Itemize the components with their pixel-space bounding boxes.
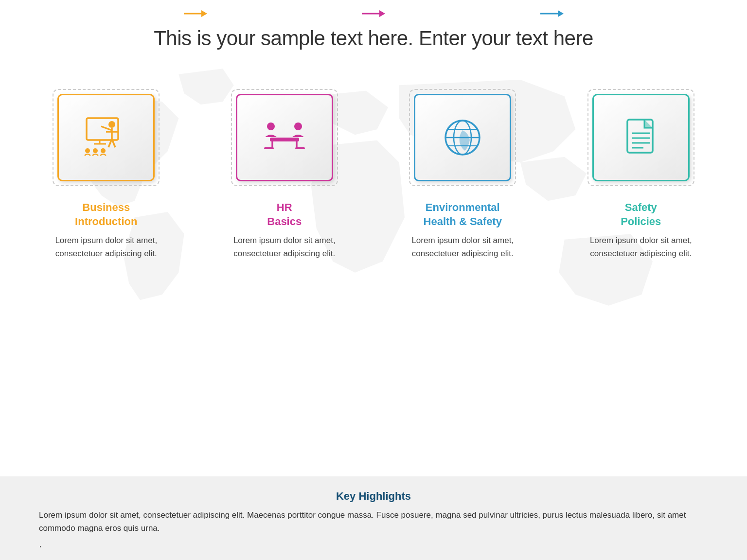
page-title: This is your sample text here. Enter you…: [39, 27, 708, 50]
meeting-icon: [260, 116, 309, 159]
highlights-section: Key Highlights Lorem ipsum dolor sit ame…: [0, 476, 747, 560]
card-title-1: Business Introduction: [75, 201, 137, 228]
card-desc-1: Lorem ipsum dolor sit amet, consectetuer…: [50, 234, 162, 260]
icon-box-3: [414, 94, 511, 181]
svg-point-3: [108, 121, 115, 128]
card-desc-2: Lorem ipsum dolor sit amet, consectetuer…: [229, 234, 340, 260]
svg-marker-29: [558, 10, 564, 17]
cards-section: Business Introduction Lorem ipsum dolor …: [0, 70, 747, 275]
arrow-2: [361, 6, 386, 21]
arrow-3: [540, 6, 564, 21]
icon-box-wrapper-1: [53, 89, 160, 186]
card-safety-policies: Safety Policies Lorem ipsum dolor sit am…: [564, 89, 718, 260]
card-title-4: Safety Policies: [621, 201, 661, 228]
icon-box-wrapper-4: [587, 89, 694, 186]
icon-box-wrapper-3: [409, 89, 516, 186]
svg-rect-20: [295, 147, 305, 149]
icon-box-4: [592, 94, 690, 181]
svg-point-17: [267, 122, 275, 130]
svg-point-10: [93, 148, 98, 153]
highlights-text: Lorem ipsum dolor sit amet, consectetuer…: [39, 508, 708, 535]
card-title-2: HR Basics: [267, 201, 302, 228]
svg-point-9: [85, 148, 90, 153]
icon-box-wrapper-2: [231, 89, 338, 186]
card-title-3: Environmental Health & Safety: [424, 201, 502, 228]
main-content: This is your sample text here. Enter you…: [0, 0, 747, 275]
svg-point-11: [101, 148, 106, 153]
card-desc-4: Lorem ipsum dolor sit amet, consectetuer…: [585, 234, 697, 260]
card-hr-basics: HR Basics Lorem ipsum dolor sit amet, co…: [208, 89, 362, 260]
document-icon: [617, 116, 665, 159]
arrow-1: [183, 6, 208, 21]
svg-marker-22: [379, 10, 385, 17]
icon-box-1: [57, 94, 155, 181]
svg-marker-13: [201, 10, 207, 17]
svg-rect-14: [270, 138, 299, 141]
card-env-health: Environmental Health & Safety Lorem ipsu…: [386, 89, 540, 260]
highlights-title: Key Highlights: [39, 490, 708, 503]
presenter-icon: [82, 116, 130, 159]
highlights-dot: .: [39, 538, 708, 550]
card-business-intro: Business Introduction Lorem ipsum dolor …: [29, 89, 183, 260]
icon-box-2: [236, 94, 333, 181]
svg-point-18: [294, 122, 302, 130]
svg-rect-19: [264, 147, 274, 149]
svg-rect-0: [87, 118, 118, 140]
globe-icon: [438, 116, 487, 159]
card-desc-3: Lorem ipsum dolor sit amet, consectetuer…: [407, 234, 518, 260]
